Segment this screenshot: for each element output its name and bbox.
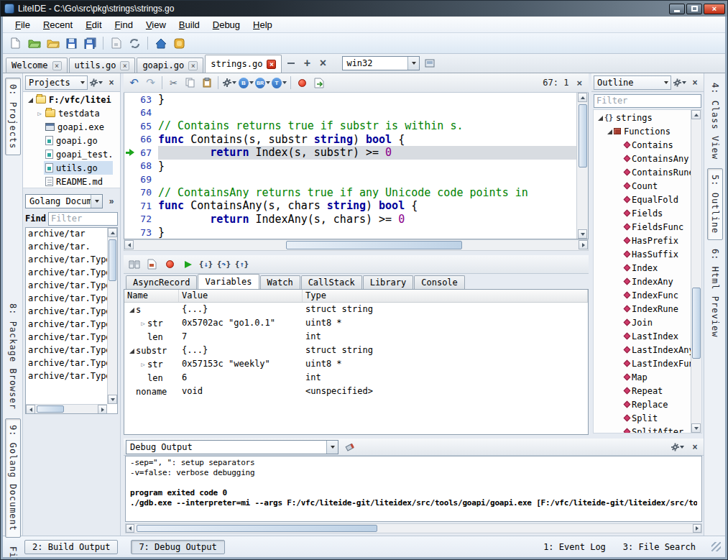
close-button[interactable]: × (704, 4, 725, 14)
save-file-icon[interactable] (63, 35, 80, 51)
outline-item-replace[interactable]: Replace (594, 398, 701, 411)
dock-tab-4-class-view[interactable]: 4: Class View (708, 77, 722, 165)
editor-close-button[interactable]: × (573, 78, 586, 88)
variable-row-len[interactable]: len7int (124, 330, 588, 344)
debug-tab-variables[interactable]: Variables (198, 274, 259, 289)
editor-tab-strings-go[interactable]: strings.go× (205, 55, 282, 73)
clear-output-button[interactable] (343, 441, 356, 454)
debug-record-button[interactable] (295, 75, 310, 91)
tree-expander-icon[interactable]: ▷ (35, 110, 44, 117)
column-header-value[interactable]: Value (179, 290, 303, 302)
export-log-icon[interactable] (144, 257, 160, 272)
doc-list-item[interactable]: archive/tar (26, 229, 107, 242)
outline-item-fieldsfunc[interactable]: FieldsFunc (594, 220, 701, 234)
scroll-right-button[interactable] (98, 405, 107, 414)
tree-expander-icon[interactable]: ▷ (139, 361, 147, 368)
open-folder-icon[interactable] (45, 35, 61, 51)
editor-menu-button[interactable] (222, 75, 237, 91)
variable-row-substr[interactable]: substr{...}struct string (124, 344, 588, 357)
tree-expander-icon[interactable] (127, 306, 136, 313)
outline-item-index[interactable]: Index (594, 261, 701, 275)
combo-dropdown-button[interactable] (407, 57, 419, 70)
minimize-button[interactable] (669, 4, 685, 14)
dock-tab-6-html-preview[interactable]: 6: Html Preview (708, 243, 722, 343)
outline-filter-input[interactable] (594, 94, 701, 108)
outline-combo[interactable]: Outline (594, 75, 671, 90)
code-line-66[interactable]: 66func Contains(s, substr string) bool { (124, 133, 576, 147)
code-line-69[interactable]: 69 (124, 173, 576, 186)
export-icon[interactable] (311, 75, 326, 91)
dock-tab-0-projects[interactable]: 0: Projects (5, 78, 21, 155)
code-line-68[interactable]: 68} (124, 160, 576, 173)
titlebar[interactable]: LiteIDE - C:\Go\src\pkg\strings\strings.… (1, 1, 727, 17)
code-line-67[interactable]: 67 return Index(s, substr) >= 0 (124, 146, 576, 160)
scrollbar-thumb[interactable] (109, 239, 116, 281)
projects-close-button[interactable]: × (105, 76, 118, 89)
sync-files-icon[interactable] (126, 35, 143, 51)
code-line-64[interactable]: 64 (124, 106, 576, 120)
doc-list-item[interactable]: archive/tar.TypeBlock (26, 254, 107, 267)
step-into-button[interactable]: {↓} (198, 257, 213, 272)
doc-list-item[interactable]: archive/tar.TypeFifo (26, 306, 107, 319)
output-menu-button[interactable] (671, 441, 684, 454)
scrollbar-thumb[interactable] (137, 525, 377, 532)
menu-item-file[interactable]: File (9, 18, 37, 32)
status-toggle-7-debug-output[interactable]: 7: Debug Output (131, 540, 224, 554)
menu-item-edit[interactable]: Edit (79, 18, 108, 32)
paste-icon[interactable] (199, 75, 214, 91)
project-tree-item[interactable]: goapi.exe (23, 120, 120, 134)
menu-item-debug[interactable]: Debug (206, 18, 246, 32)
step-over-button[interactable]: {↷} (216, 257, 231, 272)
outline-item-indexany[interactable]: IndexAny (594, 275, 701, 288)
code-line-63[interactable]: 63} (124, 93, 576, 106)
outline-item-indexfunc[interactable]: IndexFunc (594, 288, 701, 302)
project-tree-item[interactable]: ▷testdata (23, 106, 120, 120)
editor-hscrollbar[interactable] (124, 239, 589, 251)
scrollbar-thumb[interactable] (692, 288, 701, 359)
outline-item-fields[interactable]: Fields (594, 206, 701, 220)
redo-icon[interactable]: ↷ (143, 75, 158, 91)
code-line-65[interactable]: 65// Contains returns true if substr is … (124, 119, 576, 133)
doc-list-item[interactable]: archive/tar.TypeCont (26, 280, 107, 293)
tree-expander-icon[interactable] (605, 128, 614, 134)
output-text[interactable]: -sep=", ": setup separators-v=false: ver… (125, 456, 702, 522)
editor-tab-welcome[interactable]: Welcome× (6, 58, 68, 73)
menu-item-find[interactable]: Find (109, 18, 139, 32)
tab-close-icon[interactable]: × (52, 61, 62, 70)
liteide-logo-icon[interactable] (171, 35, 188, 51)
output-combo[interactable]: Debug Output (126, 440, 338, 454)
debug-tab-watch[interactable]: Watch (260, 275, 300, 289)
tree-expander-icon[interactable]: ▷ (139, 320, 147, 327)
column-header-name[interactable]: Name (124, 290, 179, 302)
doc-more-button[interactable]: » (105, 195, 118, 208)
dock-tab-9-golang-document[interactable]: 9: Golang Document (5, 418, 21, 538)
continue-debug-button[interactable] (180, 257, 195, 272)
scroll-left-button[interactable] (124, 240, 134, 249)
outline-item-equalfold[interactable]: EqualFold (594, 193, 701, 206)
combo-dropdown-button[interactable] (326, 441, 338, 454)
doc-source-combo[interactable]: Golang Document (25, 194, 103, 208)
outline-item-map[interactable]: Map (594, 370, 701, 384)
outline-item-lastindex[interactable]: LastIndex (594, 329, 701, 343)
tab-list-button[interactable] (284, 56, 298, 70)
dock-tab-8-package-browser[interactable]: 8: Package Browser (6, 298, 20, 416)
status-label-1-event-log[interactable]: 1: Event Log (543, 542, 606, 552)
close-tab-button[interactable]: × (315, 56, 330, 70)
variable-row-str[interactable]: ▷str0x57153c "weekly"uint8 * (124, 357, 588, 371)
outline-item-join[interactable]: Join (594, 316, 701, 329)
export-file-icon[interactable] (108, 35, 124, 51)
scroll-right-button[interactable] (579, 240, 588, 249)
tab-close-icon[interactable]: × (188, 61, 198, 70)
scroll-right-button[interactable] (693, 524, 701, 533)
project-tree-item[interactable]: F:/vfc/liteide-git (23, 93, 120, 106)
tab-close-icon[interactable]: × (120, 61, 129, 70)
variable-row-s[interactable]: s{...}struct string (124, 303, 588, 316)
env-settings-button[interactable] (423, 56, 437, 70)
scroll-down-button[interactable] (108, 395, 117, 404)
doc-list-item[interactable]: archive/tar.TypeRegA (26, 345, 107, 358)
home-icon[interactable] (152, 35, 169, 51)
outline-item-strings[interactable]: {}strings (594, 111, 701, 124)
variable-row-noname[interactable]: nonamevoid<unspecified> (124, 385, 588, 398)
doc-list-item[interactable]: archive/tar.TypeLink (26, 319, 107, 332)
debug-tab-console[interactable]: Console (414, 275, 465, 289)
